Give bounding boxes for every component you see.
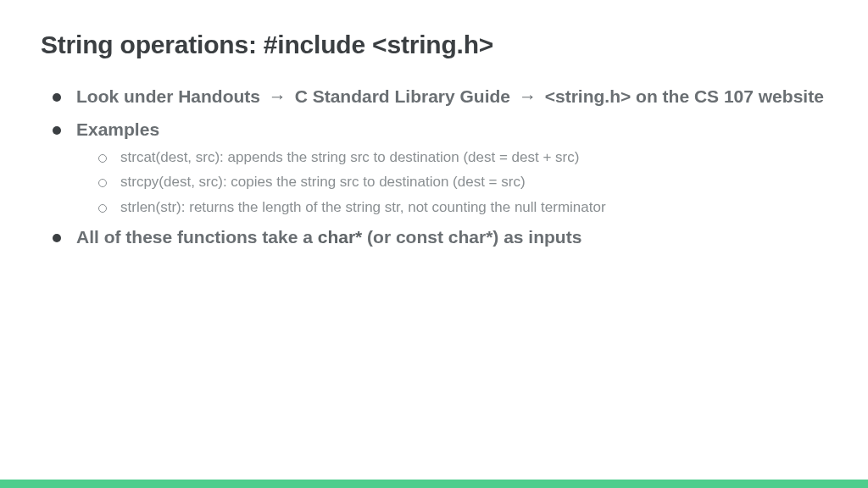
bullet-2-text: Examples [76, 119, 159, 139]
sub-bullet-2: strcpy(dest, src): copies the string src… [76, 171, 827, 193]
arrow-icon: → [519, 83, 537, 111]
bullet-item-1: Look under Handouts → C Standard Library… [41, 83, 827, 111]
sub-bullet-list: strcat(dest, src): appends the string sr… [76, 147, 827, 219]
bullet-1-text-c: <string.h> on the CS 107 website [540, 86, 824, 106]
bullet-3-text-b: (or const char*) as inputs [362, 227, 581, 247]
bullet-list: Look under Handouts → C Standard Library… [41, 83, 827, 252]
bullet-item-2: Examples strcat(dest, src): appends the … [41, 116, 827, 219]
slide-title: String operations: #include <string.h> [41, 30, 827, 59]
bullet-1-text-a: Look under Handouts [76, 86, 265, 106]
arrow-icon: → [269, 83, 287, 111]
sub-bullet-3: strlen(str): returns the length of the s… [76, 197, 827, 219]
accent-bar [0, 480, 868, 488]
bullet-3-text-a: All of these functions take a [76, 227, 318, 247]
sub-bullet-1: strcat(dest, src): appends the string sr… [76, 147, 827, 169]
slide: String operations: #include <string.h> L… [0, 0, 868, 488]
bullet-item-3: All of these functions take a char* (or … [41, 224, 827, 252]
bullet-1-text-b: C Standard Library Guide [290, 86, 515, 106]
bullet-3-bold: char* [318, 227, 363, 247]
